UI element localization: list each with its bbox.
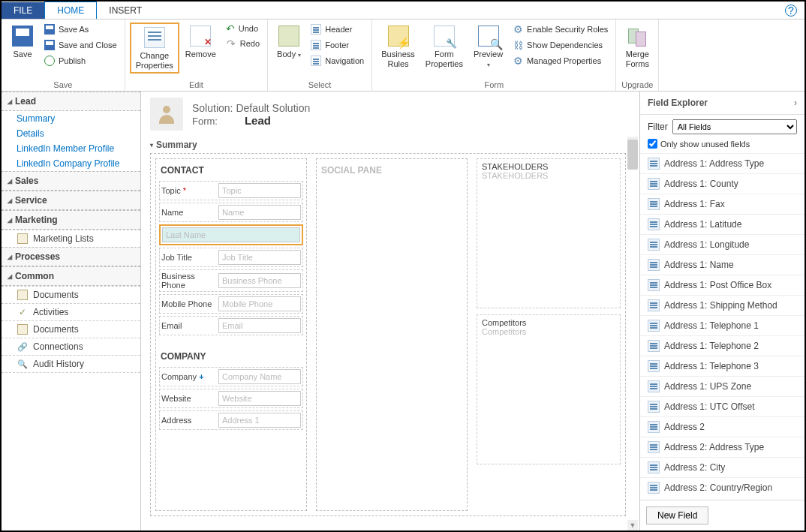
redo-icon [225, 38, 237, 50]
tab-file[interactable]: FILE [2, 2, 44, 19]
preview-button[interactable]: Preview▾ [469, 23, 507, 71]
subgrid-competitors[interactable]: Competitors Competitors [477, 314, 621, 464]
field-input[interactable]: Job Title [218, 250, 301, 265]
field-input[interactable]: Business Phone [218, 273, 301, 288]
nav-link-details[interactable]: Details [2, 126, 140, 141]
redo-button[interactable]: Redo [222, 37, 263, 50]
filter-select[interactable]: All Fields [672, 119, 797, 134]
field-row[interactable]: Company +Company Name [159, 367, 303, 386]
field-row[interactable]: Last Name [159, 224, 303, 245]
field-input[interactable]: Email [218, 318, 301, 333]
header-button[interactable]: Header [307, 23, 367, 36]
nav-section-marketing[interactable]: ◢Marketing [2, 210, 140, 230]
field-item[interactable]: Address 1: UPS Zone [640, 376, 804, 396]
field-item[interactable]: Address 2: Address Type [640, 437, 804, 457]
nav-item-marketing-lists[interactable]: Marketing Lists [2, 230, 140, 247]
field-item[interactable]: Address 1: County [640, 173, 804, 194]
field-item[interactable]: Address 1: Telephone 2 [640, 335, 804, 356]
change-properties-button[interactable]: Change Properties [130, 23, 179, 74]
nav-item-documents-2[interactable]: Documents [2, 320, 140, 338]
scrollbar-thumb[interactable] [627, 140, 638, 170]
field-item[interactable]: Address 2: City [640, 457, 804, 477]
field-item[interactable]: Address 1: Telephone 1 [640, 315, 804, 335]
field-label: Email [161, 321, 215, 330]
canvas-scroll[interactable]: ▲ ▾Summary CONTACTTopic *TopicNameNameLa… [141, 137, 639, 530]
merge-forms-button[interactable]: Merge Forms [621, 23, 654, 71]
nav-link-linkedin-company[interactable]: LinkedIn Company Profile [2, 156, 140, 171]
field-item[interactable]: Address 1: Latitude [640, 214, 804, 234]
nav-section-service[interactable]: ◢Service [2, 191, 140, 210]
field-row[interactable]: EmailEmail [159, 316, 303, 335]
nav-section-lead[interactable]: ◢Lead [2, 92, 140, 111]
field-row[interactable]: Mobile PhoneMobile Phone [159, 294, 303, 314]
nav-link-summary[interactable]: Summary [2, 111, 140, 126]
field-icon [648, 441, 660, 453]
help-icon[interactable]: ? [785, 5, 797, 17]
form-col-social[interactable]: SOCIAL PANE [316, 158, 468, 511]
body-button[interactable]: Body ▾ [272, 23, 305, 61]
field-item-label: Address 1: Address Type [664, 158, 764, 169]
publish-button[interactable]: Publish [41, 54, 120, 68]
field-item-label: Address 1: UPS Zone [664, 381, 751, 392]
only-unused-checkbox[interactable] [648, 139, 657, 149]
field-item[interactable]: Address 1: Telephone 3 [640, 356, 804, 376]
footer-button[interactable]: Footer [307, 38, 367, 52]
navigation-button[interactable]: Navigation [307, 54, 367, 68]
field-row[interactable]: AddressAddress 1 [159, 410, 303, 430]
scroll-down-arrow[interactable]: ▼ [627, 520, 638, 530]
undo-button[interactable]: Undo [222, 23, 263, 35]
field-input[interactable]: Last Name [162, 227, 300, 242]
field-input[interactable]: Company Name [218, 369, 301, 384]
field-input[interactable]: Mobile Phone [218, 296, 301, 311]
nav-section-sales[interactable]: ◢Sales [2, 171, 140, 191]
ribbon-group-upgrade: Merge Forms Upgrade [616, 20, 659, 91]
new-field-button[interactable]: New Field [646, 506, 708, 524]
subgrid-stakeholders[interactable]: STAKEHOLDERS STAKEHOLDERS [477, 158, 621, 308]
ribbon-group-select: Body ▾ Header Footer Navigation Select [268, 20, 372, 91]
field-list[interactable]: Address 1: Address TypeAddress 1: County… [640, 153, 804, 500]
nav-item-documents[interactable]: Documents [2, 286, 140, 303]
tab-home[interactable]: HOME [44, 2, 97, 19]
field-item[interactable]: Address 1: UTC Offset [640, 396, 804, 416]
field-item[interactable]: Address 2: Country/Region [640, 477, 804, 497]
chevron-down-icon: ▾ [298, 52, 301, 59]
managed-properties-button[interactable]: Managed Properties [509, 54, 611, 68]
enable-security-roles-button[interactable]: Enable Security Roles [509, 23, 611, 36]
form-col-related[interactable]: STAKEHOLDERS STAKEHOLDERS Competitors Co… [477, 158, 621, 511]
field-row[interactable]: WebsiteWebsite [159, 389, 303, 408]
field-row[interactable]: NameName [159, 203, 303, 222]
nav-link-linkedin-member[interactable]: LinkedIn Member Profile [2, 141, 140, 156]
left-nav: ◢Lead Summary Details LinkedIn Member Pr… [2, 92, 141, 530]
save-button[interactable]: Save [6, 23, 39, 61]
field-row[interactable]: Topic *Topic [159, 181, 303, 200]
nav-item-connections[interactable]: Connections [2, 338, 140, 355]
field-item[interactable]: Address 2 [640, 416, 804, 437]
field-row[interactable]: Job TitleJob Title [159, 248, 303, 267]
field-item[interactable]: Address 1: Address Type [640, 153, 804, 173]
form-properties-button[interactable]: Form Properties [421, 23, 468, 71]
save-and-close-button[interactable]: Save and Close [41, 38, 120, 52]
field-item[interactable]: Address 1: Post Office Box [640, 275, 804, 295]
business-rules-button[interactable]: Business Rules [377, 23, 420, 71]
show-dependencies-button[interactable]: Show Dependencies [509, 38, 611, 52]
remove-button[interactable]: Remove [181, 23, 221, 61]
field-item[interactable]: Address 1: Name [640, 254, 804, 275]
nav-item-activities[interactable]: Activities [2, 303, 140, 320]
form-col-contact[interactable]: CONTACTTopic *TopicNameNameLast NameJob … [155, 158, 307, 511]
solution-label: Solution: [192, 102, 233, 114]
nav-section-processes[interactable]: ◢Processes [2, 247, 140, 266]
tab-header-summary[interactable]: ▾Summary [150, 137, 626, 153]
field-row[interactable]: Business PhoneBusiness Phone [159, 269, 303, 292]
field-input[interactable]: Address 1 [218, 413, 301, 428]
field-input[interactable]: Topic [218, 183, 301, 198]
field-input[interactable]: Name [218, 205, 301, 220]
field-input[interactable]: Website [218, 391, 301, 406]
nav-item-audit-history[interactable]: Audit History [2, 355, 140, 373]
field-item[interactable]: Address 1: Longitude [640, 234, 804, 254]
field-item[interactable]: Address 1: Shipping Method [640, 295, 804, 315]
nav-section-common[interactable]: ◢Common [2, 266, 140, 286]
save-as-button[interactable]: Save As [41, 23, 120, 36]
chevron-right-icon[interactable]: › [794, 98, 797, 108]
tab-insert[interactable]: INSERT [97, 2, 154, 19]
field-item[interactable]: Address 1: Fax [640, 194, 804, 214]
